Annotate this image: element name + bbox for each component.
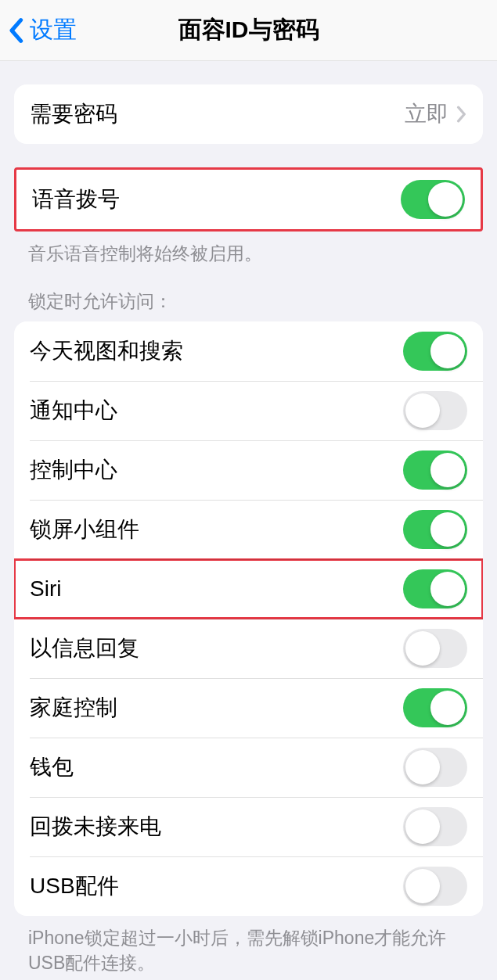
allow-access-row: 回拨未接来电: [14, 797, 483, 856]
allow-access-row: 通知中心: [14, 381, 483, 440]
voice-dial-group: 语音拨号: [14, 167, 483, 232]
allow-access-toggle[interactable]: [403, 688, 467, 727]
allow-access-toggle[interactable]: [403, 867, 467, 906]
allow-access-label: USB配件: [30, 871, 119, 901]
usb-footer: iPhone锁定超过一小时后，需先解锁iPhone才能允许USB配件连接。: [0, 916, 497, 975]
allow-access-toggle[interactable]: [403, 569, 467, 608]
allow-access-row: 以信息回复: [14, 619, 483, 678]
allow-access-row: USB配件: [14, 856, 483, 916]
allow-access-row: 钱包: [14, 738, 483, 797]
require-passcode-row[interactable]: 需要密码 立即: [14, 84, 483, 144]
require-passcode-group: 需要密码 立即: [14, 84, 483, 144]
allow-access-label: 家庭控制: [30, 693, 117, 723]
allow-access-label: 通知中心: [30, 396, 117, 425]
allow-access-label: 锁屏小组件: [30, 515, 139, 544]
voice-dial-label: 语音拨号: [32, 185, 120, 214]
back-button[interactable]: 设置: [0, 14, 77, 46]
allow-access-toggle[interactable]: [403, 629, 467, 668]
voice-dial-footer: 音乐语音控制将始终被启用。: [0, 232, 497, 266]
allow-access-label: 钱包: [30, 752, 74, 782]
navigation-bar: 设置 面容ID与密码: [0, 0, 497, 61]
require-passcode-value: 立即: [405, 99, 448, 129]
allow-access-header: 锁定时允许访问：: [0, 266, 497, 321]
allow-access-label: 控制中心: [30, 455, 117, 485]
allow-access-group: 今天视图和搜索通知中心控制中心锁屏小组件Siri以信息回复家庭控制钱包回拨未接来…: [14, 321, 483, 916]
voice-dial-toggle[interactable]: [401, 180, 465, 219]
allow-access-toggle[interactable]: [403, 332, 467, 371]
voice-dial-row: 语音拨号: [16, 170, 481, 229]
allow-access-row: 控制中心: [14, 440, 483, 500]
allow-access-label: 今天视图和搜索: [30, 336, 183, 366]
allow-access-label: 回拨未接来电: [30, 812, 161, 842]
allow-access-row: 锁屏小组件: [14, 500, 483, 559]
page-title: 面容ID与密码: [178, 14, 319, 46]
chevron-left-icon: [8, 17, 23, 44]
allow-access-label: 以信息回复: [30, 634, 139, 663]
allow-access-toggle[interactable]: [403, 748, 467, 787]
allow-access-row: 家庭控制: [14, 678, 483, 738]
allow-access-row: Siri: [14, 559, 483, 619]
back-label: 设置: [30, 14, 77, 46]
allow-access-toggle[interactable]: [403, 807, 467, 846]
allow-access-row: 今天视图和搜索: [14, 321, 483, 381]
allow-access-toggle[interactable]: [403, 391, 467, 430]
allow-access-label: Siri: [30, 576, 61, 601]
chevron-right-icon: [456, 106, 467, 123]
require-passcode-label: 需要密码: [30, 99, 117, 129]
allow-access-toggle[interactable]: [403, 510, 467, 549]
allow-access-toggle[interactable]: [403, 451, 467, 490]
